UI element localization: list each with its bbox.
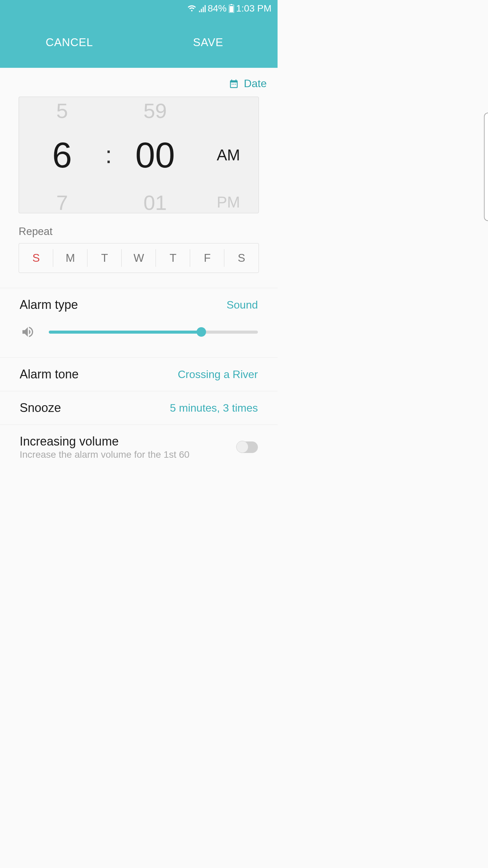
battery-percent: 84% bbox=[208, 3, 227, 14]
increasing-volume-toggle[interactable] bbox=[237, 441, 258, 453]
hour-column[interactable]: 5 6 7 bbox=[19, 97, 105, 213]
day-wednesday[interactable]: W bbox=[122, 243, 156, 273]
ampm-column[interactable]: AM PM bbox=[198, 97, 259, 213]
day-picker: S M T W T F S bbox=[19, 243, 259, 273]
wifi-icon bbox=[187, 5, 196, 12]
day-friday[interactable]: F bbox=[190, 243, 224, 273]
hour-selected: 6 bbox=[52, 133, 72, 177]
volume-control bbox=[20, 321, 258, 348]
alarm-tone-label: Alarm tone bbox=[20, 367, 79, 381]
hour-next: 7 bbox=[56, 191, 68, 213]
minute-column[interactable]: 59 00 01 bbox=[112, 97, 198, 213]
day-monday[interactable]: M bbox=[53, 243, 87, 273]
speaker-icon bbox=[20, 325, 36, 339]
signal-icon bbox=[198, 5, 206, 12]
time-picker[interactable]: 5 6 7 : 59 00 01 AM PM bbox=[19, 97, 259, 213]
settings-list: Alarm type Sound Alarm tone Crossing a R… bbox=[0, 288, 278, 463]
calendar-icon bbox=[229, 79, 239, 89]
battery-icon bbox=[229, 4, 234, 13]
status-icons: 84% 1:03 PM bbox=[187, 3, 271, 14]
snooze-row[interactable]: Snooze 5 minutes, 3 times bbox=[0, 391, 278, 425]
increasing-volume-subtext: Increase the alarm volume for the 1st 60 bbox=[20, 449, 189, 460]
alarm-type-row[interactable]: Alarm type Sound bbox=[0, 288, 278, 357]
minute-selected: 00 bbox=[135, 133, 175, 177]
status-time: 1:03 PM bbox=[236, 3, 271, 14]
status-bar: 84% 1:03 PM bbox=[0, 0, 278, 17]
minute-next: 01 bbox=[143, 191, 167, 213]
day-saturday[interactable]: S bbox=[224, 243, 259, 273]
minute-prev: 59 bbox=[143, 99, 167, 123]
alarm-tone-value: Crossing a River bbox=[178, 368, 258, 381]
day-sunday[interactable]: S bbox=[19, 243, 53, 273]
date-button[interactable]: Date bbox=[0, 68, 278, 97]
time-colon: : bbox=[105, 141, 112, 169]
volume-slider-fill bbox=[49, 331, 201, 334]
volume-slider[interactable] bbox=[49, 331, 258, 334]
cancel-button[interactable]: CANCEL bbox=[0, 36, 139, 49]
increasing-volume-label: Increasing volume bbox=[20, 434, 189, 449]
alarm-type-value: Sound bbox=[226, 299, 258, 311]
toggle-knob bbox=[236, 441, 248, 453]
hour-prev: 5 bbox=[56, 99, 68, 123]
svg-rect-2 bbox=[229, 6, 233, 12]
volume-slider-thumb[interactable] bbox=[197, 327, 206, 337]
ampm-alt: PM bbox=[217, 193, 240, 211]
svg-rect-1 bbox=[230, 4, 232, 5]
day-thursday[interactable]: T bbox=[156, 243, 190, 273]
content-area: Date 5 6 7 : 59 00 01 AM PM Repeat S M T… bbox=[0, 68, 278, 463]
ampm-selected: AM bbox=[217, 146, 240, 164]
snooze-value: 5 minutes, 3 times bbox=[170, 402, 258, 414]
save-button[interactable]: SAVE bbox=[139, 36, 278, 49]
date-label: Date bbox=[244, 77, 267, 90]
repeat-label: Repeat bbox=[19, 225, 259, 238]
day-tuesday[interactable]: T bbox=[87, 243, 122, 273]
snooze-label: Snooze bbox=[20, 401, 61, 415]
action-bar: CANCEL SAVE bbox=[0, 17, 278, 68]
repeat-section: Repeat S M T W T F S bbox=[19, 225, 259, 273]
alarm-tone-row[interactable]: Alarm tone Crossing a River bbox=[0, 357, 278, 391]
increasing-volume-row[interactable]: Increasing volume Increase the alarm vol… bbox=[0, 425, 278, 463]
alarm-type-label: Alarm type bbox=[20, 298, 78, 312]
